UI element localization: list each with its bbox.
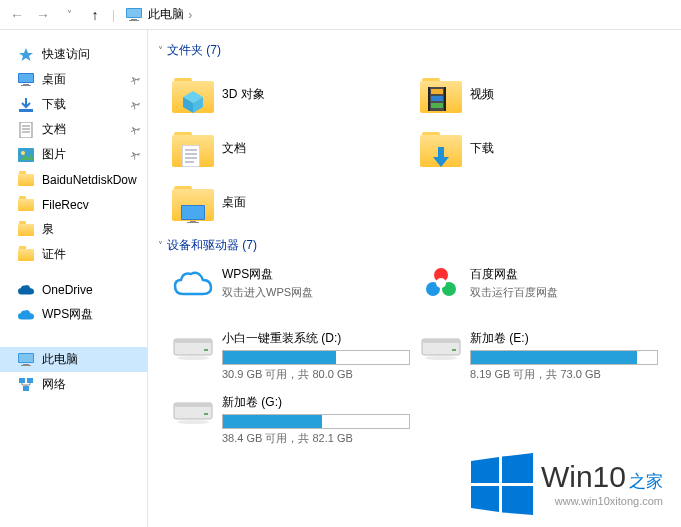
sidebar-item-label: 此电脑 [42, 351, 78, 368]
onedrive-icon [18, 282, 34, 298]
drive-usage-bar [222, 414, 410, 429]
sidebar-item-desktop[interactable]: 桌面⊀ [0, 67, 147, 92]
drive-item[interactable]: 新加卷 (G:)38.4 GB 可用，共 82.1 GB [172, 390, 420, 446]
download-icon [18, 97, 34, 113]
sidebar-item-star[interactable]: 快速访问 [0, 42, 147, 67]
pc-icon [126, 8, 142, 22]
drive-item[interactable]: 新加卷 (E:)8.19 GB 可用，共 73.0 GB [420, 326, 668, 382]
svg-rect-22 [27, 378, 33, 383]
svg-rect-20 [21, 365, 31, 366]
watermark-title: Win10之家 [541, 462, 663, 492]
drive-item[interactable]: WPS网盘双击进入WPS网盘 [172, 262, 420, 318]
sidebar-item-label: WPS网盘 [42, 306, 93, 323]
drive-subtext: 38.4 GB 可用，共 82.1 GB [222, 431, 410, 446]
drive-usage-bar [222, 350, 410, 365]
svg-rect-8 [21, 85, 31, 86]
folder-label: 视频 [470, 86, 494, 103]
drive-icon [172, 262, 214, 304]
drive-icon [172, 390, 214, 432]
folder-icon [18, 247, 34, 263]
sidebar-item-network[interactable]: 网络 [0, 372, 147, 397]
folder-item[interactable]: 视频 [420, 67, 668, 121]
sidebar-item-folder[interactable]: 证件 [0, 242, 147, 267]
folder-icon [420, 73, 462, 115]
nav-recent-button[interactable]: ˅ [57, 3, 81, 27]
svg-rect-21 [19, 378, 25, 383]
sidebar-item-label: 文档 [42, 121, 66, 138]
folder-label: 下载 [470, 140, 494, 157]
document-icon [18, 122, 34, 138]
sidebar-item-download[interactable]: 下载⊀ [0, 92, 147, 117]
svg-marker-58 [471, 457, 499, 483]
sidebar-item-document[interactable]: 文档⊀ [0, 117, 147, 142]
drive-name: 百度网盘 [470, 266, 658, 283]
chevron-right-icon[interactable]: › [188, 8, 192, 22]
svg-rect-31 [428, 87, 430, 111]
svg-rect-18 [19, 354, 33, 362]
svg-rect-32 [444, 87, 446, 111]
sidebar-item-label: 网络 [42, 376, 66, 393]
svg-rect-33 [182, 145, 200, 167]
svg-rect-7 [23, 84, 29, 85]
folder-icon [172, 127, 214, 169]
sidebar-item-onedrive[interactable]: OneDrive [0, 277, 147, 302]
svg-rect-2 [131, 19, 137, 20]
svg-rect-30 [431, 103, 443, 108]
drive-subtext: 双击运行百度网盘 [470, 285, 658, 300]
drive-item[interactable]: 百度网盘双击运行百度网盘 [420, 262, 668, 318]
svg-rect-9 [19, 109, 33, 112]
svg-rect-23 [23, 386, 29, 391]
drives-section-header[interactable]: ˅ 设备和驱动器 (7) [158, 237, 681, 254]
folder-item[interactable]: 下载 [420, 121, 668, 175]
folder-item[interactable]: 桌面 [172, 175, 420, 229]
folder-label: 桌面 [222, 194, 246, 211]
section-title-drives: 设备和驱动器 (7) [167, 237, 257, 254]
network-icon [18, 377, 34, 393]
drive-name: 新加卷 (G:) [222, 394, 410, 411]
sidebar-item-picture[interactable]: 图片⊀ [0, 142, 147, 167]
sidebar-item-label: BaiduNetdiskDow [42, 173, 137, 187]
drive-item[interactable]: 小白一键重装系统 (D:)30.9 GB 可用，共 80.0 GB [172, 326, 420, 382]
svg-point-45 [436, 278, 446, 288]
nav-forward-button[interactable]: → [31, 3, 55, 27]
folder-item[interactable]: 文档 [172, 121, 420, 175]
drive-name: WPS网盘 [222, 266, 410, 283]
nav-up-button[interactable]: ↑ [83, 3, 107, 27]
sidebar-item-label: 下载 [42, 96, 66, 113]
svg-rect-3 [129, 20, 139, 21]
breadcrumb[interactable]: 此电脑 › [126, 6, 196, 23]
sidebar-item-label: 泉 [42, 221, 54, 238]
drive-name: 新加卷 (E:) [470, 330, 658, 347]
folders-section-header[interactable]: ˅ 文件夹 (7) [158, 42, 681, 59]
svg-marker-60 [471, 486, 499, 512]
svg-rect-1 [127, 9, 141, 17]
drive-icon [172, 326, 214, 368]
nav-back-button[interactable]: ← [5, 3, 29, 27]
chevron-down-icon: ˅ [158, 45, 163, 56]
sidebar-item-folder[interactable]: BaiduNetdiskDow [0, 167, 147, 192]
folder-icon [420, 127, 462, 169]
watermark: Win10之家 www.win10xitong.com [471, 453, 663, 515]
sidebar-item-wpscloud[interactable]: WPS网盘 [0, 302, 147, 327]
sidebar-item-label: FileRecv [42, 198, 89, 212]
svg-rect-47 [174, 339, 212, 343]
drive-usage-bar [470, 350, 658, 365]
folder-label: 3D 对象 [222, 86, 265, 103]
svg-rect-29 [431, 96, 443, 101]
sidebar-item-folder[interactable]: 泉 [0, 217, 147, 242]
folder-icon [18, 172, 34, 188]
drive-icon [420, 326, 462, 368]
sidebar-item-pc[interactable]: 此电脑 [0, 347, 147, 372]
section-title-folders: 文件夹 (7) [167, 42, 221, 59]
nav-separator: | [112, 8, 115, 22]
sidebar-item-folder[interactable]: FileRecv [0, 192, 147, 217]
svg-rect-39 [182, 206, 204, 219]
svg-rect-41 [187, 222, 199, 223]
folder-item[interactable]: 3D 对象 [172, 67, 420, 121]
svg-rect-55 [174, 403, 212, 407]
drive-subtext: 8.19 GB 可用，共 73.0 GB [470, 367, 658, 382]
pin-icon: ⊀ [127, 97, 143, 113]
pin-icon: ⊀ [127, 147, 143, 163]
svg-rect-48 [204, 349, 208, 351]
svg-marker-61 [502, 486, 533, 515]
